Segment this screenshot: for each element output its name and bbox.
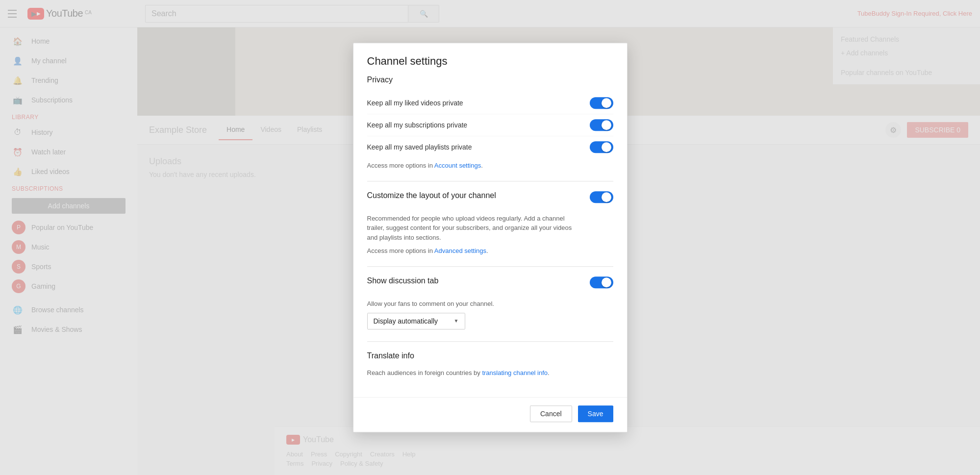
translate-section-title: Translate info [367, 351, 613, 360]
translate-section: Translate info Reach audiences in foreig… [367, 351, 613, 378]
toggle-slider-subscriptions [590, 119, 613, 131]
section-divider-1 [367, 181, 613, 181]
privacy-playlists-row: Keep all my saved playlists private [367, 136, 613, 158]
privacy-section-title: Privacy [367, 75, 613, 84]
section-divider-2 [367, 266, 613, 267]
discussion-section: Show discussion tab Allow your fans to c… [367, 276, 613, 329]
section-divider-3 [367, 341, 613, 342]
privacy-subscriptions-toggle[interactable] [590, 119, 613, 131]
privacy-subscriptions-row: Keep all my subscriptions private [367, 114, 613, 136]
customize-access-text: Access more options in Advanced settings… [367, 247, 613, 254]
customize-description: Recommended for people who upload videos… [367, 214, 578, 243]
privacy-playlists-label: Keep all my saved playlists private [367, 143, 472, 151]
dialog-footer: Cancel Save [353, 397, 627, 432]
privacy-liked-label: Keep all my liked videos private [367, 99, 463, 107]
dialog-title: Channel settings [367, 55, 613, 68]
toggle-slider-liked [590, 97, 613, 109]
customize-header-row: Customize the layout of your channel [367, 191, 613, 208]
cancel-button[interactable]: Cancel [530, 405, 572, 422]
translating-channel-info-link[interactable]: translating channel info [482, 369, 548, 376]
display-dropdown[interactable]: Display automatically ▼ [367, 313, 465, 329]
customize-section-title: Customize the layout of your channel [367, 191, 496, 200]
account-settings-link[interactable]: Account settings [434, 162, 481, 169]
dialog-body: Privacy Keep all my liked videos private… [353, 75, 627, 398]
discussion-header-row: Show discussion tab [367, 276, 613, 293]
privacy-subscriptions-label: Keep all my subscriptions private [367, 121, 468, 129]
discussion-toggle[interactable] [590, 276, 613, 288]
discussion-section-title: Show discussion tab [367, 276, 439, 285]
privacy-access-text: Access more options in Account settings. [367, 162, 613, 169]
customize-title-block: Customize the layout of your channel [367, 191, 496, 208]
advanced-settings-link[interactable]: Advanced settings [434, 247, 486, 254]
save-button[interactable]: Save [578, 405, 613, 422]
toggle-slider-discussion [590, 276, 613, 288]
privacy-liked-row: Keep all my liked videos private [367, 92, 613, 114]
toggle-slider-playlists [590, 141, 613, 153]
toggle-slider-customize [590, 191, 613, 203]
privacy-section: Privacy Keep all my liked videos private… [367, 75, 613, 169]
display-dropdown-value: Display automatically [374, 317, 438, 325]
privacy-playlists-toggle[interactable] [590, 141, 613, 153]
customize-section: Customize the layout of your channel Rec… [367, 191, 613, 255]
discussion-description: Allow your fans to comment on your chann… [367, 299, 578, 309]
channel-settings-dialog: Channel settings Privacy Keep all my lik… [353, 43, 628, 433]
dropdown-arrow-icon: ▼ [454, 318, 459, 324]
customize-toggle[interactable] [590, 191, 613, 203]
translate-description: Reach audiences in foreign countries by … [367, 368, 578, 378]
privacy-liked-toggle[interactable] [590, 97, 613, 109]
dialog-header: Channel settings [353, 43, 627, 75]
